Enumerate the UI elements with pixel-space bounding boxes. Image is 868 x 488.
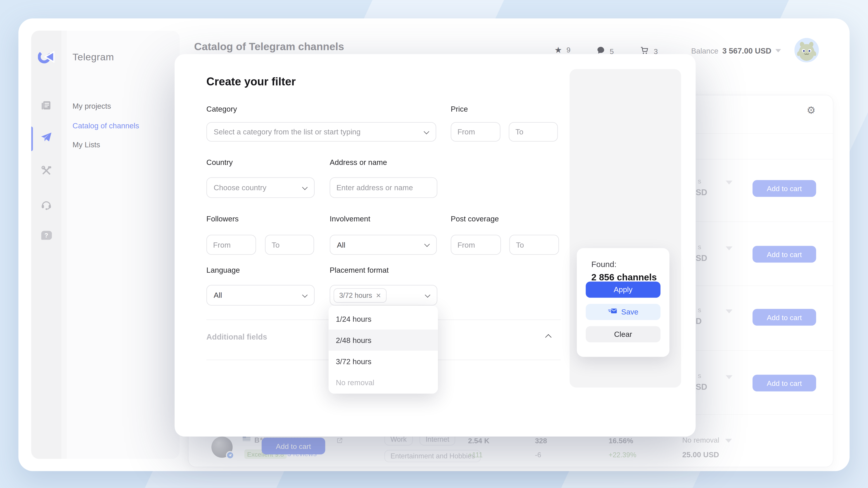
chevron-down-icon xyxy=(302,292,307,297)
sidebar-icon-rail: ? xyxy=(31,31,61,459)
placement-format-value[interactable]: No removal xyxy=(682,436,719,445)
format-caret-icon[interactable] xyxy=(726,310,733,313)
category-label: Category xyxy=(206,105,237,113)
modal-title: Create your filter xyxy=(206,75,296,88)
row-price-fragment: SD xyxy=(695,253,707,263)
save-button-label: Save xyxy=(621,308,638,316)
involvement-select[interactable]: All xyxy=(330,235,437,255)
sidebar-item-catalog-of-channels[interactable]: Catalog of channels xyxy=(72,122,139,130)
apply-button[interactable]: Apply xyxy=(586,282,660,298)
involvement-value: All xyxy=(337,240,345,249)
balance-caret-icon xyxy=(775,49,781,53)
coverage-change: -6 xyxy=(535,451,541,459)
placement-format-dropdown: 1/24 hours 2/48 hours 3/72 hours No remo… xyxy=(329,305,438,394)
chevron-down-icon xyxy=(424,129,429,134)
row-price-fragment: SD xyxy=(695,382,707,391)
create-filter-modal: Create your filter Category Select a cat… xyxy=(175,54,695,436)
found-value: 2 856 channels xyxy=(591,272,657,283)
dropdown-option[interactable]: 1/24 hours xyxy=(329,308,438,330)
catalog-paper-plane-icon[interactable] xyxy=(31,131,61,143)
balance-label: Balance xyxy=(691,46,718,55)
sidebar: ? Telegram My projects Catalog of channe… xyxy=(31,31,180,459)
add-to-cart-button[interactable]: Add to cart xyxy=(752,375,816,391)
post-coverage-label: Post coverage xyxy=(451,215,499,223)
page-backdrop: ? Telegram My projects Catalog of channe… xyxy=(0,0,868,488)
save-button[interactable]: Save xyxy=(586,304,660,320)
row-format-fragment: s xyxy=(698,306,701,314)
coverage-value: 328 xyxy=(535,436,547,445)
my-projects-icon[interactable] xyxy=(31,99,61,111)
table-settings-gear-icon[interactable]: ⚙ xyxy=(807,105,816,115)
price-to-input[interactable] xyxy=(509,122,558,141)
envelope-icon xyxy=(608,307,617,317)
dropdown-option[interactable]: 2/48 hours xyxy=(329,330,438,351)
sidebar-item-my-lists[interactable]: My Lists xyxy=(72,140,100,149)
er-value: 16.56% xyxy=(609,436,633,445)
language-label: Language xyxy=(206,266,240,274)
post-coverage-from-input[interactable] xyxy=(451,235,501,255)
chevron-down-icon xyxy=(302,184,307,190)
clear-button[interactable]: Clear xyxy=(586,326,660,343)
favorites-counter[interactable]: ★ 9 xyxy=(555,46,570,54)
add-to-cart-button[interactable]: Add to cart xyxy=(752,246,816,263)
row-format-fragment: s xyxy=(698,372,701,380)
followers-to-input[interactable] xyxy=(265,235,314,255)
country-label: Country xyxy=(206,158,233,167)
star-icon: ★ xyxy=(555,46,562,54)
add-to-cart-button[interactable]: Add to cart xyxy=(752,180,816,197)
chevron-up-icon[interactable] xyxy=(545,334,552,340)
placement-format-label: Placement format xyxy=(330,266,389,274)
chevron-down-icon xyxy=(424,241,430,247)
tools-icon[interactable] xyxy=(31,164,61,177)
table-row: s SD Add to cart xyxy=(680,177,819,200)
add-to-cart-button[interactable]: Add to cart xyxy=(752,309,816,326)
category-tag[interactable]: Entertainment and Hobbies xyxy=(384,450,481,462)
page-title: Catalog of Telegram channels xyxy=(194,41,344,53)
additional-fields-label: Additional fields xyxy=(206,332,267,341)
language-select[interactable]: All xyxy=(206,285,315,305)
telegram-badge-icon xyxy=(226,451,234,459)
address-input[interactable] xyxy=(330,177,437,198)
format-caret-icon[interactable] xyxy=(726,181,733,185)
chip-remove-icon[interactable]: × xyxy=(376,291,381,299)
er-change: +22.39% xyxy=(609,451,636,459)
sidebar-item-my-projects[interactable]: My projects xyxy=(72,102,111,110)
involvement-label: Involvement xyxy=(330,215,370,223)
table-row: s SD Add to cart xyxy=(680,243,819,265)
table-row: s D Add to cart xyxy=(680,306,819,328)
followers-from-input[interactable] xyxy=(206,235,256,255)
row-price-fragment: SD xyxy=(695,187,707,197)
followers-value: 2.54 K xyxy=(468,436,490,445)
dropdown-option[interactable]: No removal xyxy=(329,372,438,393)
format-caret-icon[interactable] xyxy=(726,247,733,250)
placement-chip-label: 3/72 hours xyxy=(339,291,372,299)
row-format-fragment: s xyxy=(698,177,701,185)
table-row: s SD Add to cart xyxy=(680,372,819,394)
app-logo-icon xyxy=(31,49,61,65)
price-from-input[interactable] xyxy=(451,122,500,141)
found-label: Found: xyxy=(591,260,616,269)
external-link-icon[interactable] xyxy=(336,436,343,446)
language-value: All xyxy=(214,291,222,299)
channel-avatar xyxy=(211,436,232,458)
category-select[interactable]: Select a category from the list or start… xyxy=(206,122,436,141)
help-chat-icon[interactable]: ? xyxy=(31,231,61,240)
user-avatar[interactable] xyxy=(794,38,819,63)
post-coverage-to-input[interactable] xyxy=(509,235,559,255)
format-caret-icon[interactable] xyxy=(726,375,733,379)
add-to-cart-button[interactable]: Add to cart xyxy=(261,437,325,454)
balance-value: 3 567.00 USD xyxy=(722,46,771,55)
support-headset-icon[interactable] xyxy=(31,199,61,211)
favorites-count: 9 xyxy=(566,46,570,54)
placement-format-select[interactable]: 3/72 hours × xyxy=(330,285,437,305)
balance-widget[interactable]: Balance 3 567.00 USD xyxy=(691,46,781,55)
followers-change: +111 xyxy=(468,451,483,459)
dropdown-option[interactable]: 3/72 hours xyxy=(329,351,438,372)
price-label: Price xyxy=(451,105,468,113)
price-value: 25.00 USD xyxy=(682,451,719,459)
country-select[interactable]: Choose country xyxy=(206,177,315,198)
placement-chip: 3/72 hours × xyxy=(334,288,386,302)
row-format-fragment: s xyxy=(698,243,701,251)
followers-label: Followers xyxy=(206,215,239,223)
format-caret-icon[interactable] xyxy=(725,439,732,443)
